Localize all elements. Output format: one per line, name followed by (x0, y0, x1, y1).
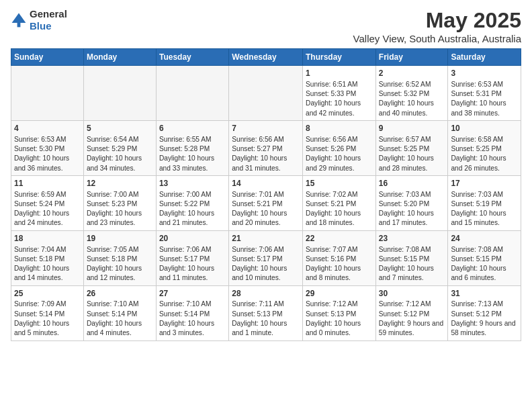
day-number: 19 (87, 233, 153, 244)
sunset-info: Sunset: 5:32 PM (379, 90, 429, 97)
cell-w3-d7: 17Sunrise: 7:03 AMSunset: 5:19 PMDayligh… (448, 175, 521, 230)
col-tuesday: Tuesday (156, 49, 228, 66)
col-sunday: Sunday (11, 49, 84, 66)
svg-rect-1 (17, 23, 21, 27)
day-number: 18 (14, 233, 81, 244)
daylight-label: Daylight: 10 hours and 4 minutes. (87, 320, 142, 336)
daylight-label: Daylight: 9 hours and 59 minutes. (379, 320, 443, 336)
daylight-label: Daylight: 10 hours and 42 minutes. (306, 99, 361, 116)
sunrise-info: Sunrise: 6:54 AM (87, 136, 139, 143)
day-number: 31 (451, 288, 518, 300)
sunset-info: Sunset: 5:18 PM (87, 255, 137, 263)
sunrise-info: Sunrise: 7:10 AM (87, 300, 139, 308)
daylight-label: Daylight: 10 hours and 7 minutes. (379, 265, 434, 281)
day-number: 4 (14, 123, 81, 134)
day-number: 24 (451, 233, 518, 244)
sunset-info: Sunset: 5:24 PM (14, 200, 64, 208)
title-section: May 2025 Valley View, South Australia, A… (353, 8, 521, 44)
sunset-info: Sunset: 5:25 PM (451, 145, 501, 152)
cell-w5-d7: 31Sunrise: 7:13 AMSunset: 5:12 PMDayligh… (448, 285, 521, 340)
sunrise-info: Sunrise: 7:03 AM (379, 191, 431, 198)
sunset-info: Sunset: 5:14 PM (87, 310, 137, 318)
cell-w1-d2 (83, 66, 156, 121)
sunset-info: Sunset: 5:12 PM (451, 310, 501, 318)
daylight-label: Daylight: 10 hours and 28 minutes. (379, 154, 434, 171)
sunset-info: Sunset: 5:29 PM (87, 145, 137, 152)
day-number: 25 (14, 288, 81, 300)
cell-w5-d5: 29Sunrise: 7:12 AMSunset: 5:13 PMDayligh… (303, 285, 376, 340)
col-wednesday: Wednesday (229, 49, 303, 66)
day-number: 15 (306, 178, 373, 189)
cell-w2-d3: 6Sunrise: 6:55 AMSunset: 5:28 PMDaylight… (156, 120, 228, 175)
day-number: 10 (451, 123, 518, 134)
cell-w5-d4: 28Sunrise: 7:11 AMSunset: 5:13 PMDayligh… (229, 285, 303, 340)
sunset-info: Sunset: 5:18 PM (14, 255, 64, 263)
cell-w1-d5: 1Sunrise: 6:51 AMSunset: 5:33 PMDaylight… (303, 66, 376, 121)
day-number: 2 (379, 68, 445, 79)
day-number: 20 (159, 233, 226, 244)
sunrise-info: Sunrise: 6:51 AM (306, 81, 358, 88)
col-friday: Friday (375, 49, 448, 66)
cell-w3-d5: 15Sunrise: 7:02 AMSunset: 5:21 PMDayligh… (303, 175, 376, 230)
daylight-label: Daylight: 10 hours and 38 minutes. (451, 99, 506, 116)
day-number: 1 (306, 68, 373, 79)
daylight-label: Daylight: 10 hours and 1 minute. (232, 320, 287, 336)
col-saturday: Saturday (448, 49, 521, 66)
daylight-label: Daylight: 10 hours and 11 minutes. (159, 265, 214, 281)
sunset-info: Sunset: 5:31 PM (451, 90, 501, 97)
cell-w2-d6: 9Sunrise: 6:57 AMSunset: 5:25 PMDaylight… (375, 120, 448, 175)
sunset-info: Sunset: 5:20 PM (379, 200, 429, 208)
day-number: 22 (306, 233, 373, 244)
day-number: 7 (232, 123, 300, 134)
sunrise-info: Sunrise: 6:55 AM (159, 136, 212, 143)
cell-w5-d3: 27Sunrise: 7:10 AMSunset: 5:14 PMDayligh… (156, 285, 228, 340)
sunrise-info: Sunrise: 6:52 AM (379, 81, 431, 88)
sunset-info: Sunset: 5:14 PM (14, 310, 64, 318)
daylight-label: Daylight: 10 hours and 29 minutes. (306, 154, 361, 171)
day-number: 13 (159, 178, 226, 189)
daylight-label: Daylight: 10 hours and 17 minutes. (379, 210, 434, 226)
sunset-info: Sunset: 5:17 PM (159, 255, 210, 263)
cell-w4-d5: 22Sunrise: 7:07 AMSunset: 5:16 PMDayligh… (303, 230, 376, 285)
cell-w3-d6: 16Sunrise: 7:03 AMSunset: 5:20 PMDayligh… (375, 175, 448, 230)
subtitle: Valley View, South Australia, Australia (353, 33, 521, 44)
daylight-label: Daylight: 10 hours and 3 minutes. (159, 320, 214, 336)
cell-w3-d3: 13Sunrise: 7:00 AMSunset: 5:22 PMDayligh… (156, 175, 228, 230)
sunset-info: Sunset: 5:15 PM (379, 255, 429, 263)
daylight-label: Daylight: 10 hours and 23 minutes. (87, 210, 142, 226)
sunrise-info: Sunrise: 6:53 AM (451, 81, 503, 88)
cell-w4-d1: 18Sunrise: 7:04 AMSunset: 5:18 PMDayligh… (11, 230, 84, 285)
cell-w2-d7: 10Sunrise: 6:58 AMSunset: 5:25 PMDayligh… (448, 120, 521, 175)
daylight-label: Daylight: 10 hours and 40 minutes. (379, 99, 434, 116)
cell-w1-d7: 3Sunrise: 6:53 AMSunset: 5:31 PMDaylight… (448, 66, 521, 121)
cell-w2-d5: 8Sunrise: 6:56 AMSunset: 5:26 PMDaylight… (303, 120, 376, 175)
day-number: 5 (87, 123, 153, 134)
cell-w4-d4: 21Sunrise: 7:06 AMSunset: 5:17 PMDayligh… (229, 230, 303, 285)
main-title: May 2025 (353, 8, 521, 33)
cell-w4-d3: 20Sunrise: 7:06 AMSunset: 5:17 PMDayligh… (156, 230, 228, 285)
cell-w2-d4: 7Sunrise: 6:56 AMSunset: 5:27 PMDaylight… (229, 120, 303, 175)
day-number: 11 (14, 178, 81, 189)
sunrise-info: Sunrise: 6:56 AM (306, 136, 358, 143)
daylight-label: Daylight: 10 hours and 36 minutes. (14, 154, 69, 171)
day-number: 21 (232, 233, 300, 244)
day-number: 14 (232, 178, 300, 189)
daylight-label: Daylight: 10 hours and 5 minutes. (14, 320, 69, 336)
sunset-info: Sunset: 5:22 PM (159, 200, 210, 208)
logo-blue: Blue (30, 20, 52, 32)
header-row: Sunday Monday Tuesday Wednesday Thursday… (11, 49, 521, 66)
sunrise-info: Sunrise: 6:58 AM (451, 136, 503, 143)
cell-w2-d2: 5Sunrise: 6:54 AMSunset: 5:29 PMDaylight… (83, 120, 156, 175)
cell-w4-d7: 24Sunrise: 7:08 AMSunset: 5:15 PMDayligh… (448, 230, 521, 285)
logo-general: General (30, 8, 67, 19)
day-number: 27 (159, 288, 226, 300)
week-row-4: 18Sunrise: 7:04 AMSunset: 5:18 PMDayligh… (11, 230, 521, 285)
cell-w2-d1: 4Sunrise: 6:53 AMSunset: 5:30 PMDaylight… (11, 120, 84, 175)
sunrise-info: Sunrise: 6:56 AM (232, 136, 284, 143)
sunset-info: Sunset: 5:16 PM (306, 255, 356, 263)
sunrise-info: Sunrise: 7:04 AM (14, 246, 66, 253)
col-monday: Monday (83, 49, 156, 66)
cell-w1-d6: 2Sunrise: 6:52 AMSunset: 5:32 PMDaylight… (375, 66, 448, 121)
cell-w5-d2: 26Sunrise: 7:10 AMSunset: 5:14 PMDayligh… (83, 285, 156, 340)
sunrise-info: Sunrise: 7:06 AM (232, 246, 284, 253)
